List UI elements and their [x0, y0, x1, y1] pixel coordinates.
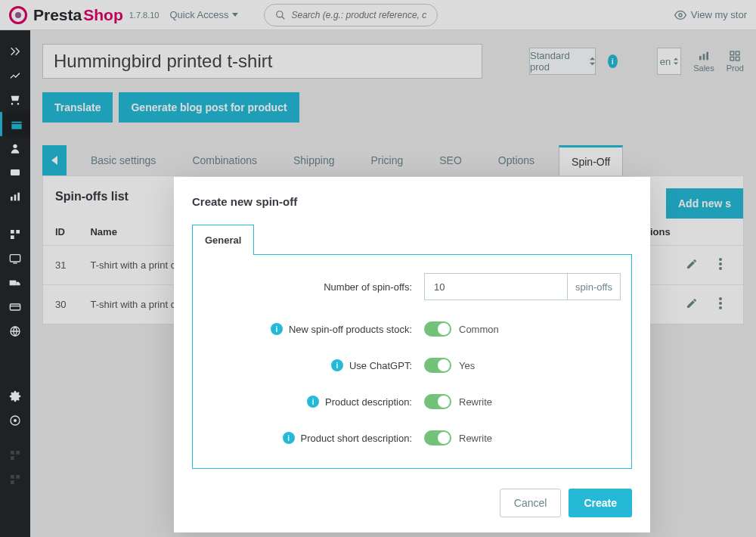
number-label: Number of spin-offs: [211, 281, 424, 293]
create-button[interactable]: Create [569, 489, 632, 517]
chatgpt-label: Use ChatGPT: [349, 360, 412, 371]
stock-value: Common [459, 324, 499, 335]
short-toggle[interactable] [424, 430, 451, 445]
desc-value: Rewrite [459, 396, 492, 408]
info-icon[interactable]: i [271, 323, 283, 335]
info-icon[interactable]: i [331, 359, 343, 371]
chatgpt-value: Yes [459, 360, 475, 371]
info-icon[interactable]: i [307, 396, 319, 408]
number-suffix: spin-offs [568, 273, 621, 300]
create-spinoff-modal: Create new spin-off General Number of sp… [174, 177, 650, 532]
desc-label: Product description: [325, 396, 412, 408]
info-icon[interactable]: i [283, 432, 295, 444]
modal-title: Create new spin-off [192, 195, 632, 208]
cancel-button[interactable]: Cancel [500, 489, 562, 517]
short-label: Product short description: [301, 433, 412, 444]
number-input[interactable] [424, 273, 568, 300]
chatgpt-toggle[interactable] [424, 358, 451, 373]
desc-toggle[interactable] [424, 394, 451, 409]
modal-tab-general[interactable]: General [192, 225, 254, 255]
stock-toggle[interactable] [424, 321, 451, 337]
stock-label: New spin-off products stock: [289, 324, 412, 335]
short-value: Rewrite [459, 433, 492, 444]
